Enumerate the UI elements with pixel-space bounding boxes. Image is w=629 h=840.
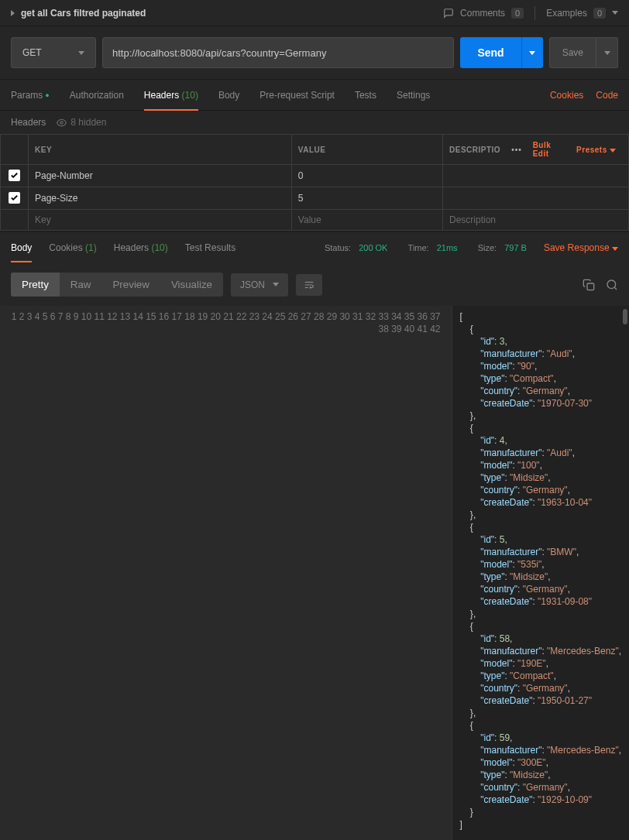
send-button[interactable]: Send (460, 37, 521, 68)
body-toolbar: Pretty Raw Preview Visualize JSON (0, 263, 629, 306)
headers-count: (10) (182, 90, 198, 101)
send-options-button[interactable] (521, 37, 543, 68)
chevron-down-icon (612, 247, 618, 251)
chevron-down-icon (78, 51, 84, 55)
view-raw[interactable]: Raw (60, 273, 102, 297)
divider (534, 6, 535, 20)
view-pretty[interactable]: Pretty (11, 273, 60, 297)
collapse-icon[interactable] (11, 10, 15, 16)
eye-icon (57, 118, 67, 128)
view-visualize[interactable]: Visualize (160, 273, 223, 297)
column-key: KEY (29, 135, 292, 165)
header-value-cell[interactable]: 5 (291, 187, 442, 210)
time-value: 21ms (437, 243, 458, 252)
header-value-cell[interactable]: 0 (291, 165, 442, 187)
request-name: get all Cars filtred paginated (21, 8, 146, 19)
header-desc-placeholder[interactable]: Description (443, 210, 629, 231)
comments-count: 0 (511, 8, 524, 19)
request-tabs: Params● Authorization Headers (10) Body … (0, 80, 629, 111)
save-response-link[interactable]: Save Response (544, 242, 618, 253)
response-meta: Status: 200 OK Time: 21ms Size: 797 B (325, 243, 527, 252)
tab-prerequest[interactable]: Pre-request Script (260, 81, 335, 110)
headers-section-bar: Headers 8 hidden (0, 111, 629, 134)
svg-point-0 (60, 121, 63, 123)
resp-tab-body[interactable]: Body (11, 242, 32, 253)
examples-button[interactable]: Examples 0 (546, 8, 618, 19)
response-tabs: Body Cookies (1) Headers (10) Test Resul… (0, 232, 629, 263)
url-input[interactable] (102, 37, 454, 68)
wrap-icon (303, 279, 315, 290)
copy-icon[interactable] (583, 279, 595, 291)
wrap-lines-button[interactable] (296, 274, 322, 296)
examples-label: Examples (546, 8, 587, 19)
save-button[interactable]: Save (549, 37, 596, 68)
size-value: 797 B (504, 243, 527, 252)
checkbox[interactable] (9, 192, 20, 204)
request-title-bar: get all Cars filtred paginated Comments … (0, 0, 629, 26)
table-row[interactable]: Page-Number 0 (1, 165, 629, 187)
tab-tests[interactable]: Tests (355, 81, 376, 110)
svg-rect-3 (587, 283, 594, 290)
more-options-icon[interactable]: ••• (511, 146, 522, 154)
request-bar: GET Send Save (0, 26, 629, 80)
tab-body[interactable]: Body (218, 81, 239, 110)
time-label: Time: (408, 243, 429, 252)
size-label: Size: (478, 243, 497, 252)
tab-params[interactable]: Params● (11, 81, 50, 110)
response-body-viewer[interactable]: 1 2 3 4 5 6 7 8 9 10 11 12 13 14 15 16 1… (0, 306, 629, 840)
examples-count: 0 (593, 8, 606, 19)
cookies-link[interactable]: Cookies (550, 90, 583, 101)
code-link[interactable]: Code (596, 90, 618, 101)
svg-point-4 (607, 280, 616, 289)
language-value: JSON (240, 279, 265, 290)
chevron-down-icon (273, 283, 279, 286)
resp-tab-headers[interactable]: Headers (10) (114, 242, 168, 253)
table-row[interactable]: Page-Size 5 (1, 187, 629, 210)
chevron-down-icon (604, 51, 610, 55)
bulk-edit-link[interactable]: Bulk Edit (533, 141, 565, 158)
comment-icon (443, 8, 454, 19)
hidden-headers-count: 8 hidden (70, 117, 106, 128)
table-row[interactable]: Key Value Description (1, 210, 629, 231)
line-gutter: 1 2 3 4 5 6 7 8 9 10 11 12 13 14 15 16 1… (0, 306, 452, 840)
chevron-down-icon (610, 149, 616, 153)
resp-headers-count: (10) (151, 242, 167, 253)
tab-settings[interactable]: Settings (397, 81, 430, 110)
code-content: [ { "id": 3, "manufacturer": "Audi", "mo… (452, 306, 629, 840)
tab-headers[interactable]: Headers (10) (144, 81, 198, 110)
resp-tab-test-results[interactable]: Test Results (185, 242, 235, 253)
svg-line-5 (614, 287, 617, 290)
header-key-cell[interactable]: Page-Number (29, 165, 292, 187)
resp-cookies-count: (1) (85, 242, 97, 253)
status-value: 200 OK (359, 243, 387, 252)
column-description: DESCRIPTIO (449, 146, 500, 154)
chevron-down-icon (529, 51, 535, 55)
method-select[interactable]: GET (11, 37, 96, 68)
resp-tab-cookies[interactable]: Cookies (1) (49, 242, 96, 253)
column-value: VALUE (291, 135, 442, 165)
hidden-headers-toggle[interactable]: 8 hidden (57, 117, 106, 128)
method-value: GET (22, 47, 42, 58)
language-select[interactable]: JSON (231, 273, 288, 297)
view-preview[interactable]: Preview (101, 273, 160, 297)
comments-button[interactable]: Comments 0 (443, 8, 524, 19)
save-options-button[interactable] (596, 37, 618, 68)
presets-link[interactable]: Presets (576, 146, 616, 154)
headers-table: KEY VALUE DESCRIPTIO ••• Bulk Edit Prese… (0, 134, 629, 231)
active-dot-icon: ● (45, 91, 49, 99)
header-value-placeholder[interactable]: Value (291, 210, 442, 231)
tab-authorization[interactable]: Authorization (70, 81, 124, 110)
headers-section-label: Headers (11, 117, 46, 128)
checkbox[interactable] (9, 170, 20, 181)
view-mode-segment: Pretty Raw Preview Visualize (11, 273, 223, 297)
header-key-placeholder[interactable]: Key (29, 210, 292, 231)
comments-label: Comments (460, 8, 505, 19)
search-icon[interactable] (606, 279, 618, 291)
status-label: Status: (325, 243, 351, 252)
scrollbar-vertical[interactable] (623, 309, 627, 324)
chevron-down-icon (612, 11, 618, 15)
header-key-cell[interactable]: Page-Size (29, 187, 292, 210)
